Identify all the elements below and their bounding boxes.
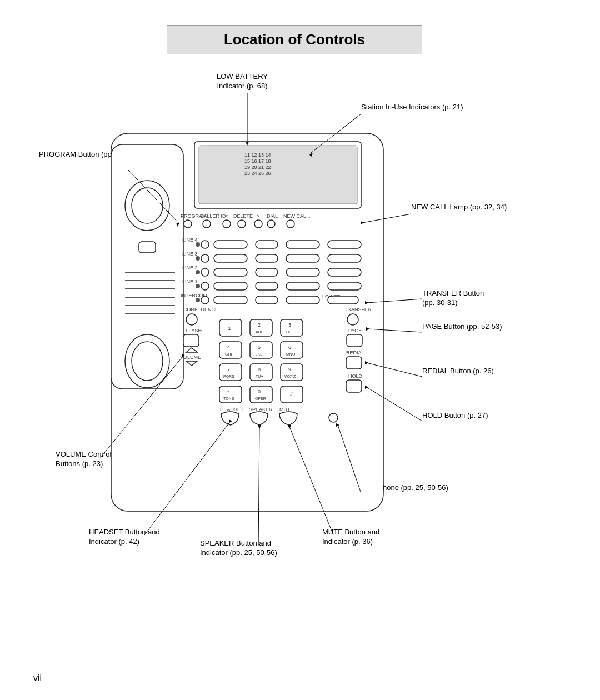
svg-rect-36 [214, 241, 247, 248]
svg-text:DEF: DEF [286, 330, 294, 334]
svg-text:MNO: MNO [286, 352, 296, 356]
svg-rect-68 [328, 296, 358, 304]
headset-button-label: HEADSET Button and Indicator (p. 42) [89, 528, 160, 547]
svg-text:OPER: OPER [255, 397, 266, 401]
svg-point-62 [196, 298, 200, 302]
svg-rect-83 [346, 380, 362, 392]
svg-text:7: 7 [227, 367, 230, 372]
svg-text:1: 1 [228, 326, 231, 331]
svg-point-12 [132, 342, 163, 381]
svg-marker-127 [176, 222, 179, 227]
svg-point-30 [267, 220, 275, 228]
station-in-use-label: Station In-Use Indicators (p. 21) [361, 103, 463, 112]
svg-text:6: 6 [288, 344, 291, 350]
svg-text:PAGE: PAGE [348, 328, 362, 333]
svg-point-28 [254, 220, 262, 228]
svg-line-146 [289, 427, 333, 535]
svg-rect-0 [111, 133, 383, 511]
transfer-button-label: TRANSFER Button (pp. 30-31) [422, 289, 484, 308]
svg-point-2 [125, 181, 169, 231]
svg-point-26 [238, 220, 246, 228]
svg-text:LINE 3: LINE 3 [182, 251, 198, 257]
svg-rect-76 [347, 334, 362, 347]
svg-rect-89 [281, 319, 303, 336]
svg-text:#: # [290, 391, 293, 397]
svg-rect-52 [286, 268, 319, 276]
svg-point-11 [125, 334, 169, 388]
svg-rect-64 [214, 296, 247, 304]
svg-rect-74 [183, 334, 199, 347]
svg-point-20 [184, 220, 192, 228]
svg-text:LOWER: LOWER [322, 294, 341, 299]
svg-text:9: 9 [288, 367, 291, 372]
svg-marker-145 [258, 425, 261, 429]
svg-rect-50 [214, 268, 247, 276]
svg-rect-13 [194, 142, 361, 208]
svg-rect-51 [256, 268, 278, 276]
svg-text:JKL: JKL [256, 352, 262, 356]
svg-text:>: > [257, 213, 259, 219]
svg-line-140 [338, 425, 361, 493]
svg-rect-81 [346, 357, 362, 369]
svg-marker-77 [186, 348, 197, 352]
svg-rect-14 [199, 146, 357, 204]
mute-button-label: MUTE Button and Indicator (p. 36) [322, 528, 379, 547]
svg-rect-95 [250, 342, 272, 358]
svg-rect-58 [256, 282, 278, 290]
svg-point-35 [201, 241, 209, 248]
svg-rect-107 [281, 364, 303, 381]
svg-marker-147 [288, 425, 291, 429]
svg-rect-86 [250, 319, 272, 336]
svg-point-49 [201, 268, 209, 276]
svg-rect-92 [219, 342, 242, 358]
svg-rect-38 [286, 241, 319, 248]
svg-rect-66 [286, 296, 319, 304]
svg-text:HEADSET: HEADSET [220, 407, 244, 412]
svg-line-132 [368, 329, 422, 332]
svg-rect-45 [286, 254, 319, 262]
svg-rect-116 [281, 386, 303, 403]
svg-rect-1 [111, 144, 183, 389]
svg-point-63 [201, 296, 209, 304]
svg-text:ABC: ABC [256, 330, 263, 334]
microphone-label: Microphone (pp. 25, 50-56) [361, 483, 448, 493]
svg-line-130 [367, 299, 422, 303]
svg-rect-110 [219, 386, 242, 403]
svg-rect-101 [219, 364, 242, 381]
svg-text:LINE 2: LINE 2 [182, 265, 198, 271]
redial-button-label: REDIAL Button (p. 26) [422, 367, 494, 376]
svg-text:0: 0 [258, 389, 261, 394]
title-box: Location of Controls [167, 25, 422, 54]
svg-marker-131 [365, 301, 368, 304]
page-title: Location of Controls [178, 31, 411, 48]
svg-marker-135 [365, 361, 368, 364]
svg-point-55 [196, 284, 200, 288]
svg-text:19 20 21 22: 19 20 21 22 [244, 164, 271, 170]
svg-text:MUTE: MUTE [279, 407, 294, 412]
svg-line-126 [128, 169, 178, 222]
svg-rect-39 [328, 241, 361, 248]
svg-text:5: 5 [258, 344, 261, 350]
svg-marker-129 [361, 221, 364, 224]
new-call-lamp-label: NEW CALL Lamp (pp. 32, 34) [411, 203, 507, 212]
svg-text:4: 4 [227, 344, 230, 350]
svg-text:2: 2 [258, 322, 261, 328]
volume-control-label: VOLUME Control Buttons (p. 23) [56, 450, 111, 469]
svg-marker-125 [309, 153, 313, 157]
svg-point-32 [287, 220, 294, 228]
svg-text:8: 8 [258, 367, 261, 372]
svg-text:TUV: TUV [256, 374, 263, 378]
svg-line-128 [362, 214, 411, 223]
svg-marker-141 [336, 423, 339, 427]
low-battery-label: LOW BATTERY Indicator (p. 68) [217, 72, 268, 91]
svg-rect-57 [214, 282, 247, 290]
svg-marker-137 [365, 386, 368, 389]
svg-marker-79 [186, 361, 197, 366]
svg-rect-37 [256, 241, 278, 248]
svg-point-24 [223, 220, 231, 228]
svg-rect-98 [281, 342, 303, 358]
svg-point-72 [347, 314, 358, 325]
svg-text:TRANSFER: TRANSFER [344, 307, 372, 312]
svg-text:HOLD: HOLD [348, 373, 363, 379]
svg-point-22 [203, 220, 211, 228]
